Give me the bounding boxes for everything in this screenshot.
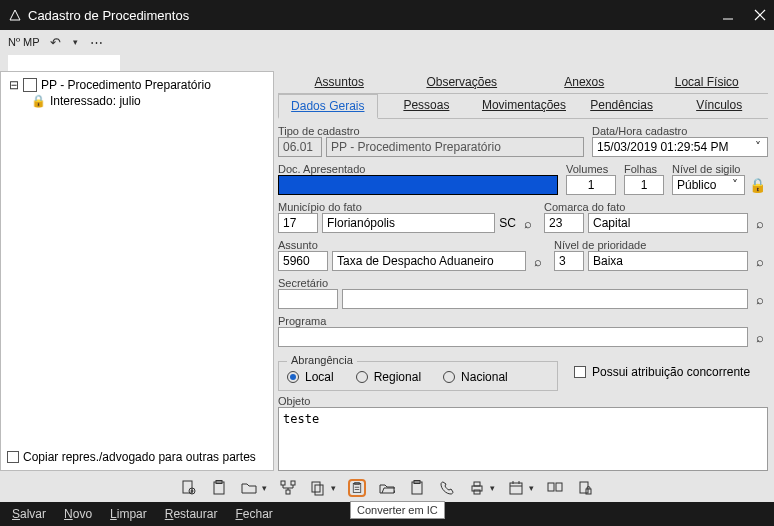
atribuicao-checkbox[interactable] xyxy=(574,366,586,378)
tree-child[interactable]: 🔒 Interessado: julio xyxy=(9,94,265,108)
assunto-code[interactable] xyxy=(278,251,328,271)
dropdown-arrow-icon[interactable]: ▾ xyxy=(262,483,267,493)
datahora-value: 15/03/2019 01:29:54 PM xyxy=(597,140,728,154)
tabs-bottom: Dados Gerais Pessoas Movimentações Pendê… xyxy=(278,94,768,119)
clipboard2-icon[interactable] xyxy=(408,479,426,497)
svg-rect-10 xyxy=(281,481,285,485)
copy-repres-row[interactable]: Copiar repres./advogado para outras part… xyxy=(7,450,256,464)
tree-child-label: Interessado: julio xyxy=(50,94,141,108)
tipo-cadastro-label: Tipo de cadastro xyxy=(278,125,584,137)
sub-toolbar: Nº MP ↶ ▾ ⋯ xyxy=(0,30,774,54)
search-icon[interactable]: ⌕ xyxy=(752,292,768,307)
municipio-code[interactable] xyxy=(278,213,318,233)
municipio-label: Município do fato xyxy=(278,201,536,213)
nivel-sigilo-label: Nível de sigilo xyxy=(672,163,768,175)
volumes-field[interactable] xyxy=(566,175,616,195)
more-button[interactable]: ⋯ xyxy=(88,35,105,50)
svg-rect-28 xyxy=(510,483,522,494)
comarca-code[interactable] xyxy=(544,213,584,233)
nivel-sigilo-select[interactable]: Público ˅ xyxy=(672,175,745,195)
objeto-label: Objeto xyxy=(278,395,768,407)
comarca-name[interactable] xyxy=(588,213,748,233)
tree-root[interactable]: ⊟ PP - Procedimento Preparatório xyxy=(9,78,265,92)
assunto-name[interactable] xyxy=(332,251,526,271)
copy-icon[interactable] xyxy=(309,479,327,497)
tab-pessoas[interactable]: Pessoas xyxy=(378,94,476,118)
radio-regional[interactable]: Regional xyxy=(356,370,421,384)
tab-observacoes[interactable]: Observações xyxy=(401,71,524,93)
minimize-button[interactable] xyxy=(722,9,734,21)
radio-local[interactable]: Local xyxy=(287,370,334,384)
tipo-cadastro-code xyxy=(278,137,322,157)
radio-nacional-label: Nacional xyxy=(461,370,508,384)
dropdown-arrow-icon[interactable]: ▾ xyxy=(71,37,80,47)
copy-repres-label: Copiar repres./advogado para outras part… xyxy=(23,450,256,464)
doc-apresentado-field[interactable] xyxy=(278,175,558,195)
chevron-down-icon[interactable]: ˅ xyxy=(728,178,742,192)
cmd-fechar[interactable]: Fechar xyxy=(235,507,272,521)
undo-button[interactable]: ↶ xyxy=(48,35,63,50)
cmd-limpar[interactable]: Limpar xyxy=(110,507,147,521)
chevron-down-icon[interactable]: ˅ xyxy=(751,140,765,154)
search-icon[interactable]: ⌕ xyxy=(752,330,768,345)
svg-rect-26 xyxy=(474,482,480,486)
main-content: ⊟ PP - Procedimento Preparatório 🔒 Inter… xyxy=(0,71,774,471)
page-icon xyxy=(23,78,37,92)
nivel-prioridade-code[interactable] xyxy=(554,251,584,271)
radio-icon xyxy=(443,371,455,383)
secretario-code[interactable] xyxy=(278,289,338,309)
tab-movimentacoes[interactable]: Movimentações xyxy=(475,94,573,118)
dropdown-arrow-icon[interactable]: ▾ xyxy=(490,483,495,493)
radio-regional-label: Regional xyxy=(374,370,421,384)
clipboard-icon[interactable] xyxy=(210,479,228,497)
objeto-field[interactable]: teste xyxy=(278,407,768,471)
svg-rect-17 xyxy=(312,482,320,492)
folder-open-icon[interactable] xyxy=(378,479,396,497)
cmd-restaurar[interactable]: Restaurar xyxy=(165,507,218,521)
search-icon[interactable]: ⌕ xyxy=(752,254,768,269)
tab-dados-gerais[interactable]: Dados Gerais xyxy=(278,94,378,119)
icon-toolbar: ▾ ▾ Converter em IC ▾ ▾ xyxy=(0,472,774,502)
tab-pendencias[interactable]: Pendências xyxy=(573,94,671,118)
tab-local-fisico[interactable]: Local Físico xyxy=(646,71,769,93)
search-icon[interactable]: ⌕ xyxy=(520,216,536,231)
tree-icon[interactable] xyxy=(279,479,297,497)
calendar-icon[interactable] xyxy=(507,479,525,497)
tab-assuntos[interactable]: Assuntos xyxy=(278,71,401,93)
programa-field[interactable] xyxy=(278,327,748,347)
folder-icon[interactable] xyxy=(240,479,258,497)
atribuicao-concorrente-row[interactable]: Possui atribuição concorrente xyxy=(574,365,750,379)
new-doc-icon[interactable] xyxy=(180,479,198,497)
secretario-name[interactable] xyxy=(342,289,748,309)
municipio-name[interactable] xyxy=(322,213,495,233)
nivel-prioridade-name[interactable] xyxy=(588,251,748,271)
abrangencia-label: Abrangência xyxy=(287,354,357,366)
layers-icon[interactable] xyxy=(546,479,564,497)
svg-rect-18 xyxy=(315,485,323,495)
close-button[interactable] xyxy=(754,9,766,21)
cmd-salvar[interactable]: Salvar xyxy=(12,507,46,521)
radio-nacional[interactable]: Nacional xyxy=(443,370,508,384)
copy-repres-checkbox[interactable] xyxy=(7,451,19,463)
nivel-sigilo-value: Público xyxy=(677,178,716,192)
search-icon[interactable]: ⌕ xyxy=(530,254,546,269)
window-icon xyxy=(8,8,22,22)
search-icon[interactable]: ⌕ xyxy=(752,216,768,231)
dropdown-arrow-icon[interactable]: ▾ xyxy=(529,483,534,493)
folhas-field[interactable] xyxy=(624,175,664,195)
mp-label: Nº MP xyxy=(8,36,40,48)
phone-icon[interactable] xyxy=(438,479,456,497)
svg-rect-12 xyxy=(286,490,290,494)
lock-icon: 🔒 xyxy=(31,94,46,108)
dropdown-arrow-icon[interactable]: ▾ xyxy=(331,483,336,493)
collapse-icon[interactable]: ⊟ xyxy=(9,78,19,92)
datahora-field[interactable]: 15/03/2019 01:29:54 PM ˅ xyxy=(592,137,768,157)
convert-ic-button[interactable]: Converter em IC xyxy=(348,479,366,497)
tab-anexos[interactable]: Anexos xyxy=(523,71,646,93)
radio-local-label: Local xyxy=(305,370,334,384)
lock-icon: 🔒 xyxy=(747,177,768,193)
print-icon[interactable] xyxy=(468,479,486,497)
tab-vinculos[interactable]: Vínculos xyxy=(670,94,768,118)
doc-locked-icon[interactable] xyxy=(576,479,594,497)
cmd-novo[interactable]: Novo xyxy=(64,507,92,521)
